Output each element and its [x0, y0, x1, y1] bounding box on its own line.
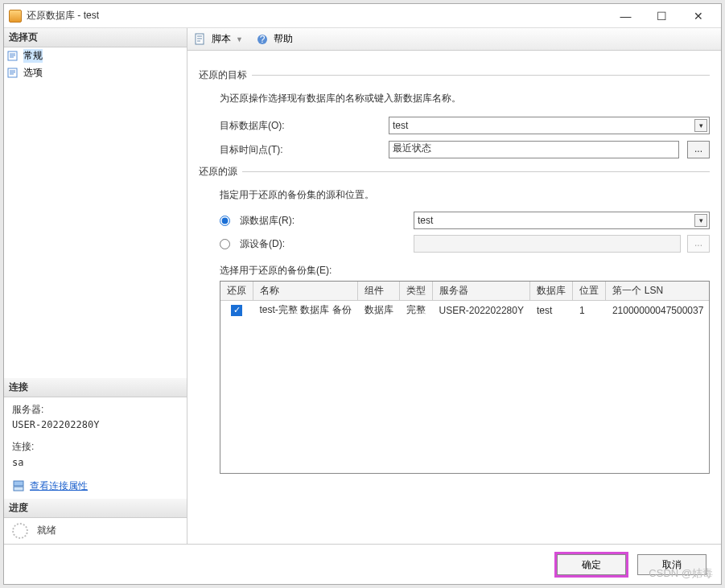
cell-component: 数据库: [358, 301, 400, 320]
database-icon: [9, 10, 22, 23]
row-checkbox[interactable]: ✓: [231, 305, 242, 316]
dest-time-value: 最近状态: [393, 142, 431, 154]
sidebar-item-general[interactable]: 常规: [4, 47, 187, 64]
select-sets-label: 选择用于还原的备份集(E):: [220, 264, 710, 278]
backup-sets-grid[interactable]: 还原 名称 组件 类型 服务器 数据库 位置 第一个 LSN 最后一: [220, 281, 710, 474]
col-position[interactable]: 位置: [573, 282, 606, 301]
script-button[interactable]: 脚本: [212, 32, 231, 46]
sidebar-header-connection: 连接: [4, 378, 187, 397]
server-value: USER-202202280Y: [12, 417, 179, 433]
minimize-button[interactable]: —: [608, 5, 644, 27]
help-button[interactable]: 帮助: [274, 32, 293, 46]
script-icon: [194, 33, 207, 46]
dest-db-combo[interactable]: test ▾: [389, 117, 710, 134]
connection-info: 服务器: USER-202202280Y 连接: sa 查看连接属性: [4, 397, 187, 499]
dest-time-browse-button[interactable]: ...: [687, 141, 710, 158]
src-header: 还原的源: [199, 165, 237, 179]
radio-db-label: 源数据库(R):: [240, 214, 407, 228]
chevron-down-icon[interactable]: ▾: [694, 214, 707, 227]
col-name[interactable]: 名称: [253, 282, 358, 301]
conn-value: sa: [12, 455, 179, 471]
script-dropdown[interactable]: ▼: [236, 35, 243, 43]
radio-source-database[interactable]: [220, 216, 230, 226]
source-device-browse-button: ...: [687, 235, 710, 253]
col-first-lsn[interactable]: 第一个 LSN: [606, 282, 710, 301]
table-row[interactable]: ✓ test-完整 数据库 备份 数据库 完整 USER-202202280Y …: [220, 301, 710, 320]
source-db-value: test: [418, 215, 433, 226]
progress-block: 就绪: [4, 518, 187, 544]
server-icon: [12, 479, 25, 492]
dest-db-value: test: [393, 120, 408, 131]
status-text: 就绪: [37, 524, 56, 536]
cell-first-lsn: 21000000047500037: [606, 301, 710, 320]
col-component[interactable]: 组件: [358, 282, 400, 301]
dest-time-label: 目标时间点(T):: [220, 143, 381, 157]
sidebar-item-label: 选项: [23, 66, 43, 80]
sidebar-header-progress: 进度: [4, 499, 187, 518]
cell-database: test: [530, 301, 573, 320]
page-icon: [7, 51, 20, 62]
radio-device-label: 源设备(D):: [240, 237, 407, 251]
conn-label: 连接:: [12, 439, 179, 454]
col-server[interactable]: 服务器: [433, 282, 530, 301]
cell-name: test-完整 数据库 备份: [253, 301, 358, 320]
sidebar-item-options[interactable]: 选项: [4, 64, 187, 81]
radio-source-device[interactable]: [220, 239, 230, 249]
dest-desc: 为还原操作选择现有数据库的名称或键入新数据库名称。: [220, 92, 710, 105]
col-type[interactable]: 类型: [400, 282, 433, 301]
sidebar-item-label: 常规: [23, 49, 43, 63]
dest-header: 还原的目标: [199, 68, 247, 82]
chevron-down-icon[interactable]: ▾: [694, 119, 707, 132]
ok-button[interactable]: 确定: [557, 554, 626, 575]
dest-db-label: 目标数据库(O):: [220, 119, 381, 133]
cancel-button[interactable]: 取消: [637, 554, 706, 575]
close-button[interactable]: ✕: [680, 5, 716, 27]
server-label: 服务器:: [12, 402, 179, 417]
view-connection-props-link[interactable]: 查看连接属性: [30, 479, 88, 494]
spinner-icon: [12, 523, 28, 539]
svg-text:?: ?: [260, 34, 266, 45]
source-db-combo[interactable]: test ▾: [414, 212, 710, 229]
source-device-field: [414, 235, 681, 253]
col-database[interactable]: 数据库: [530, 282, 573, 301]
cell-position: 1: [573, 301, 606, 320]
cell-type: 完整: [400, 301, 433, 320]
sidebar: 选择页 常规 选项 连接 服务器: USER-202202280Y 连接: sa: [4, 28, 187, 544]
titlebar: 还原数据库 - test — ☐ ✕: [4, 4, 721, 28]
dialog-footer: 确定 取消: [4, 544, 721, 584]
col-restore[interactable]: 还原: [220, 282, 253, 301]
window-title: 还原数据库 - test: [27, 9, 608, 23]
svg-rect-2: [14, 481, 23, 486]
help-icon: ?: [256, 33, 269, 46]
dest-time-field[interactable]: 最近状态: [389, 141, 679, 158]
svg-rect-3: [14, 487, 23, 491]
toolbar: 脚本 ▼ ? 帮助: [187, 28, 721, 51]
maximize-button[interactable]: ☐: [644, 5, 680, 27]
src-desc: 指定用于还原的备份集的源和位置。: [220, 188, 710, 202]
sidebar-header-select-page: 选择页: [4, 28, 187, 47]
cell-server: USER-202202280Y: [433, 301, 530, 320]
page-icon: [7, 68, 20, 79]
